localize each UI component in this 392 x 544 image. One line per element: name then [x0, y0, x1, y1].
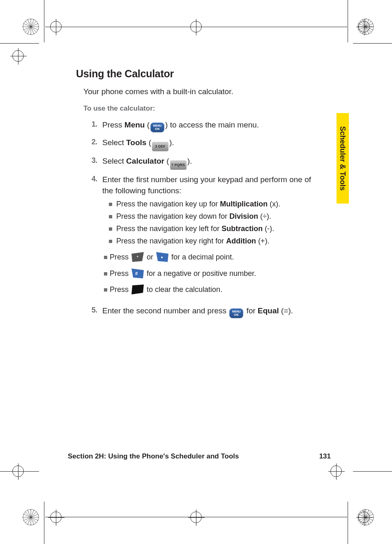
step-text: ).: [169, 138, 174, 147]
hash-key-icon: #: [131, 269, 144, 278]
step-bold: Tools: [126, 138, 146, 147]
crop-mark: [348, 0, 348, 42]
page-title: Using the Calculator: [76, 68, 318, 80]
intro-paragraph: Your phone comes with a built-in calcula…: [83, 86, 318, 97]
page: Scheduler & Tools Using the Calculator Y…: [0, 0, 392, 544]
seven-key-icon: 7 PQRS: [170, 160, 187, 169]
step: 1. Press Menu (MENUOK) to access the mai…: [83, 120, 318, 132]
starburst-icon: [23, 509, 39, 525]
menu-ok-key-icon: MENUOK: [229, 308, 243, 318]
sub-list: Press the navigation key up for Multipli…: [102, 199, 318, 247]
dot-key-icon: [156, 252, 168, 262]
step-text: (: [145, 120, 150, 129]
starburst-icon: [357, 19, 374, 35]
step-text: Enter the first number using your keypad…: [102, 175, 311, 195]
step-bold: Calculator: [126, 157, 164, 165]
crop-mark: [353, 43, 392, 44]
crop-mark: [353, 471, 392, 472]
page-footer: Section 2H: Using the Phone's Scheduler …: [68, 453, 331, 460]
step-text: (: [146, 138, 151, 147]
crop-mark: [0, 43, 39, 44]
step-bold: Equal: [258, 306, 279, 315]
step-text: Select: [102, 138, 126, 147]
crop-mark: [44, 0, 44, 42]
page-number: 131: [319, 453, 331, 460]
list-item: Press * or for a decimal point.: [110, 252, 318, 262]
svg-text:#: #: [135, 271, 138, 276]
starburst-icon: [357, 509, 374, 525]
list-item: Press the navigation key left for Subtra…: [116, 224, 318, 234]
star-key-icon: *: [131, 252, 144, 262]
svg-marker-10: [131, 285, 144, 294]
registration-mark-icon: [190, 21, 202, 32]
list-item: Press # for a negative or positive numbe…: [110, 269, 318, 279]
step-number: 3.: [83, 156, 102, 169]
registration-mark-icon: [330, 465, 342, 477]
step: 2. Select Tools (3 DEF).: [83, 137, 318, 151]
step-text: Enter the second number and press: [102, 306, 228, 315]
registration-mark-icon: [12, 50, 24, 62]
step: 4. Enter the first number using your key…: [83, 174, 318, 301]
crop-mark: [44, 502, 44, 544]
registration-mark-icon: [50, 21, 62, 32]
content-area: Using the Calculator Your phone comes wi…: [76, 68, 318, 323]
step-text: ) to access the main menu.: [165, 120, 259, 129]
list-item: Press to clear the calculation.: [110, 285, 318, 295]
step-text: for: [244, 306, 258, 315]
registration-mark-icon: [12, 465, 24, 477]
step-body: Enter the first number using your keypad…: [102, 174, 318, 301]
three-key-icon: 3 DEF: [152, 142, 168, 151]
list-item: Press the navigation key up for Multipli…: [116, 199, 318, 209]
step-body: Select Calculator (7 PQRS).: [102, 156, 318, 169]
section-tab: Scheduler & Tools: [337, 113, 349, 204]
starburst-icon: [23, 19, 39, 35]
step: 5. Enter the second number and press MEN…: [83, 306, 318, 318]
crop-mark: [348, 502, 348, 544]
step-text: Press: [102, 120, 125, 129]
registration-mark-icon: [50, 512, 62, 523]
section-label: Section 2H: Using the Phone's Scheduler …: [68, 453, 239, 460]
list-item: Press the navigation key down for Divisi…: [116, 211, 318, 222]
back-key-icon: [131, 285, 144, 294]
step: 3. Select Calculator (7 PQRS).: [83, 156, 318, 169]
svg-point-7: [161, 257, 163, 258]
step-text: (: [164, 157, 169, 165]
step-body: Enter the second number and press MENUOK…: [102, 306, 318, 318]
step-bold: Menu: [125, 120, 145, 129]
sub-list: Press * or for a decimal point. Press # …: [102, 252, 318, 295]
step-number: 2.: [83, 137, 102, 151]
step-number: 1.: [83, 120, 102, 132]
step-number: 4.: [83, 174, 102, 301]
step-text: ).: [187, 157, 192, 165]
step-list: 1. Press Menu (MENUOK) to access the mai…: [83, 120, 318, 318]
svg-text:*: *: [137, 255, 138, 259]
step-number: 5.: [83, 306, 102, 318]
step-text: (=).: [279, 306, 293, 315]
procedure-subhead: To use the calculator:: [83, 104, 318, 113]
registration-mark-icon: [190, 512, 202, 523]
step-body: Press Menu (MENUOK) to access the main m…: [102, 120, 318, 132]
step-text: Select: [102, 157, 126, 165]
step-body: Select Tools (3 DEF).: [102, 137, 318, 151]
menu-ok-key-icon: MENUOK: [150, 123, 164, 132]
list-item: Press the navigation key right for Addit…: [116, 236, 318, 246]
